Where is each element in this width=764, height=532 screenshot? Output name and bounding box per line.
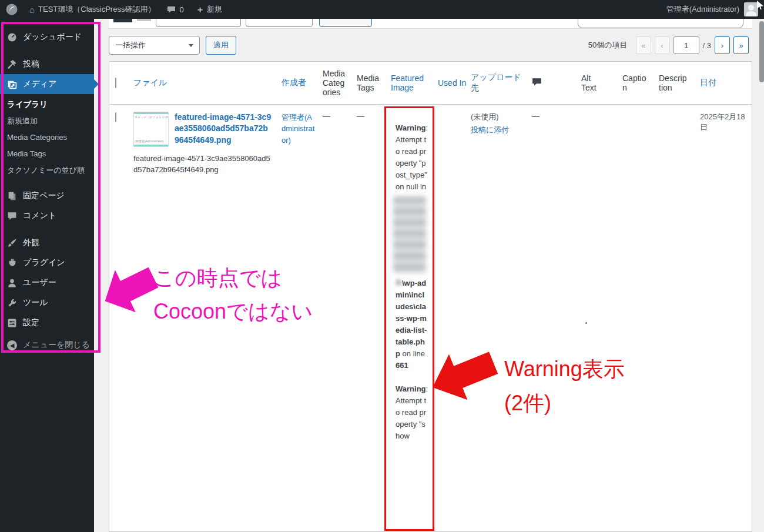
comment-bubble-icon	[167, 6, 176, 14]
media-list-table: ファイル 作成者 Media Categories Media Tags Fea…	[109, 61, 752, 532]
new-label: 新規	[207, 4, 222, 15]
column-header-date[interactable]: 日付	[700, 78, 716, 88]
red-annotation-line1: Warning表示	[504, 359, 625, 380]
sidebar-item-dashboard[interactable]: ダッシュボード	[0, 27, 94, 47]
account-menu[interactable]: 管理者(Administrator)	[666, 4, 739, 15]
sidebar-item-appearance[interactable]: 外観	[0, 233, 94, 253]
sidebar-item-tools[interactable]: ツール	[0, 293, 94, 313]
bulk-action-select[interactable]: 一括操作	[109, 36, 200, 55]
home-icon: ⌂	[29, 5, 35, 14]
sidebar-item-settings[interactable]: 設定	[0, 313, 94, 333]
collapse-arrow-icon: ◀	[7, 340, 17, 350]
sidebar-item-media[interactable]: メディア	[0, 74, 94, 94]
row-checkbox[interactable]	[115, 112, 116, 122]
column-header-description: Description	[659, 73, 687, 92]
column-header-caption: Caption	[622, 73, 649, 92]
pages-icon	[7, 191, 17, 201]
active-notch	[94, 79, 99, 89]
sidebar-item-plugins[interactable]: プラグイン	[0, 253, 94, 273]
sidebar-item-posts[interactable]: 投稿	[0, 54, 94, 74]
column-header-author[interactable]: 作成者	[282, 78, 306, 88]
prev-page-button: ‹	[655, 36, 670, 54]
column-header-used-in[interactable]: Used In	[438, 78, 466, 88]
comments-cell: —	[527, 104, 577, 532]
submenu-item-taxonomy-order[interactable]: タクソノミーの並び順	[0, 162, 94, 179]
sidebar-item-comments[interactable]: コメント	[0, 206, 94, 226]
table-header-row: ファイル 作成者 Media Categories Media Tags Fea…	[109, 62, 752, 104]
redacted-chip	[396, 279, 402, 286]
wrench-icon	[7, 298, 17, 308]
plus-icon: ＋	[196, 4, 205, 15]
column-header-file[interactable]: ファイル	[133, 78, 167, 88]
comment-icon	[7, 211, 17, 221]
submenu-item-media-tags[interactable]: Media Tags	[0, 146, 94, 162]
media-tags-cell: —	[352, 104, 386, 532]
submenu-item-media-categories[interactable]: Media Categories	[0, 129, 94, 146]
column-header-upload-to[interactable]: アップロード先	[471, 72, 522, 93]
scrollbar-thumb[interactable]	[759, 21, 764, 82]
plug-icon	[7, 258, 17, 268]
used-in-cell	[435, 104, 466, 532]
submenu-item-library[interactable]: ライブラリ	[0, 96, 94, 113]
author-link[interactable]: 管理者(Administrator)	[282, 112, 316, 146]
total-pages: / 3	[703, 41, 711, 50]
column-header-media-categories: Media Categories	[323, 69, 347, 97]
column-header-featured-image[interactable]: Featured Image	[391, 73, 431, 92]
items-count: 50個の項目	[588, 40, 628, 51]
scrollbar-track[interactable]	[759, 19, 764, 532]
user-icon	[7, 278, 17, 288]
stray-dot	[585, 322, 587, 324]
description-cell	[654, 104, 695, 532]
admin-bar: ⌂ TEST環境（ClassicPress確認用） 0 ＋ 新規 管理者(Adm…	[0, 0, 764, 19]
caption-cell	[618, 104, 654, 532]
avatar[interactable]	[744, 2, 758, 16]
classicpress-media-library-screen: ⌂ TEST環境（ClassicPress確認用） 0 ＋ 新規 管理者(Adm…	[0, 0, 764, 532]
paintbrush-icon	[7, 238, 17, 248]
gauge-icon	[7, 32, 17, 42]
new-content-button[interactable]: ＋ 新規	[190, 0, 228, 19]
date-filter-select[interactable]	[156, 19, 241, 27]
classicpress-logo-icon[interactable]	[6, 4, 18, 15]
php-warning-2: Warning: Attempt to read property "show	[396, 383, 428, 442]
select-all-checkbox[interactable]	[115, 78, 116, 88]
unused-label: (未使用)	[471, 112, 499, 121]
date-cell: 2025年2月18日	[695, 104, 752, 532]
sidebar-item-users[interactable]: ユーザー	[0, 273, 94, 293]
file-name-plain: featured-image-4571-3c9ae3558060ad5d57ba…	[133, 153, 273, 176]
current-page-input[interactable]	[673, 36, 699, 54]
column-header-media-tags: Media Tags	[357, 73, 381, 92]
media-thumbnail[interactable]: キャッチ（デフォルトON） (管理者(Administrator)	[133, 112, 169, 147]
filter-button[interactable]	[319, 19, 372, 27]
pin-icon	[7, 59, 17, 69]
admin-sidebar: ダッシュボード 投稿 メディア ライブラリ 新規追加 Media Categor…	[0, 19, 94, 532]
media-icon	[7, 79, 17, 89]
last-page-button[interactable]: »	[733, 36, 749, 54]
sidebar-item-collapse-menu[interactable]: ◀ メニューを閉じる	[0, 335, 94, 355]
pink-annotation-line2: Cocoonではない	[153, 301, 313, 322]
next-page-button[interactable]: ›	[715, 36, 730, 54]
php-warning-1: Warning: Attempt to read property "post_…	[396, 122, 428, 372]
column-header-alt-text: Alt Text	[581, 73, 601, 92]
view-list-toggle[interactable]	[113, 19, 132, 22]
sliders-icon	[7, 318, 17, 328]
featured-image-cell: Warning: Attempt to read property "post_…	[386, 104, 435, 532]
comments-column-icon[interactable]	[532, 78, 542, 86]
apply-button[interactable]: 適用	[206, 36, 236, 55]
comment-count: 0	[179, 5, 183, 14]
category-filter-select[interactable]	[246, 19, 313, 27]
red-annotation-line2: (2件)	[504, 393, 551, 414]
attach-to-post-link[interactable]: 投稿に添付	[471, 125, 509, 135]
site-menu[interactable]: ⌂ TEST環境（ClassicPress確認用）	[24, 0, 161, 19]
submenu-item-add-new[interactable]: 新規追加	[0, 113, 94, 129]
file-title-link[interactable]: featured-image-4571-3c9ae3558060ad5d57ba…	[175, 112, 272, 147]
sidebar-item-pages[interactable]: 固定ページ	[0, 186, 94, 206]
bulk-actions-bar: 一括操作 適用 50個の項目 « ‹ / 3 › »	[109, 35, 752, 55]
view-grid-toggle[interactable]	[137, 19, 151, 21]
pink-annotation-line1: この時点では	[153, 267, 282, 289]
filter-strip-cutoff	[109, 19, 752, 29]
site-name: TEST環境（ClassicPress確認用）	[38, 4, 155, 15]
chevron-down-icon	[189, 44, 193, 47]
alt-text-cell	[577, 104, 618, 532]
comments-shortcut[interactable]: 0	[161, 0, 189, 19]
media-search-input[interactable]	[578, 19, 743, 28]
